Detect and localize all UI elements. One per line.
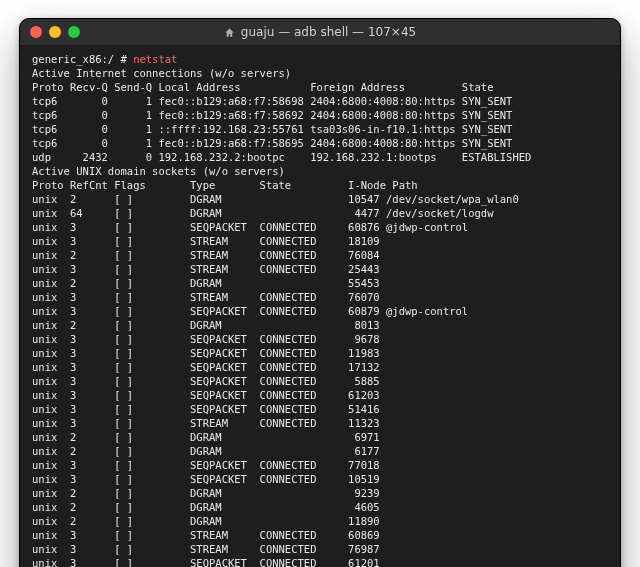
terminal-line: unix 3 [ ] SEQPACKET CONNECTED 10519 bbox=[32, 472, 608, 486]
terminal-line: unix 2 [ ] DGRAM 6971 bbox=[32, 430, 608, 444]
terminal-line: Proto Recv-Q Send-Q Local Address Foreig… bbox=[32, 80, 608, 94]
window-title: guaju — adb shell — 107×45 bbox=[20, 25, 620, 39]
terminal-line: Active UNIX domain sockets (w/o servers) bbox=[32, 164, 608, 178]
terminal-line: unix 2 [ ] DGRAM 10547 /dev/socket/wpa_w… bbox=[32, 192, 608, 206]
terminal-line: unix 64 [ ] DGRAM 4477 /dev/socket/logdw bbox=[32, 206, 608, 220]
terminal-line: unix 3 [ ] SEQPACKET CONNECTED 11983 bbox=[32, 346, 608, 360]
terminal-body[interactable]: generic_x86:/ # netstatActive Internet c… bbox=[20, 46, 620, 567]
zoom-icon[interactable] bbox=[68, 26, 80, 38]
terminal-line: unix 3 [ ] SEQPACKET CONNECTED 9678 bbox=[32, 332, 608, 346]
terminal-line: unix 3 [ ] SEQPACKET CONNECTED 61203 bbox=[32, 388, 608, 402]
terminal-line: unix 3 [ ] SEQPACKET CONNECTED 51416 bbox=[32, 402, 608, 416]
window-title-text: guaju — adb shell — 107×45 bbox=[241, 25, 416, 39]
terminal-line: unix 2 [ ] DGRAM 6177 bbox=[32, 444, 608, 458]
terminal-line: tcp6 0 1 fec0::b129:a68:f7:58692 2404:68… bbox=[32, 108, 608, 122]
terminal-line: unix 3 [ ] STREAM CONNECTED 76070 bbox=[32, 290, 608, 304]
terminal-line: tcp6 0 1 fec0::b129:a68:f7:58698 2404:68… bbox=[32, 94, 608, 108]
terminal-line: unix 3 [ ] SEQPACKET CONNECTED 61201 bbox=[32, 556, 608, 567]
terminal-line: unix 3 [ ] SEQPACKET CONNECTED 60879 @jd… bbox=[32, 304, 608, 318]
terminal-line: unix 3 [ ] STREAM CONNECTED 18109 bbox=[32, 234, 608, 248]
terminal-line: unix 2 [ ] DGRAM 55453 bbox=[32, 276, 608, 290]
minimize-icon[interactable] bbox=[49, 26, 61, 38]
terminal-line: Active Internet connections (w/o servers… bbox=[32, 66, 608, 80]
home-icon bbox=[224, 27, 235, 38]
terminal-line: unix 2 [ ] DGRAM 8013 bbox=[32, 318, 608, 332]
terminal-line: generic_x86:/ # netstat bbox=[32, 52, 608, 66]
terminal-window: guaju — adb shell — 107×45 generic_x86:/… bbox=[19, 18, 621, 567]
terminal-line: Proto RefCnt Flags Type State I-Node Pat… bbox=[32, 178, 608, 192]
terminal-line: unix 3 [ ] STREAM CONNECTED 11323 bbox=[32, 416, 608, 430]
terminal-line: unix 3 [ ] SEQPACKET CONNECTED 5885 bbox=[32, 374, 608, 388]
terminal-line: udp 2432 0 192.168.232.2:bootpc 192.168.… bbox=[32, 150, 608, 164]
titlebar: guaju — adb shell — 107×45 bbox=[20, 19, 620, 46]
terminal-line: unix 2 [ ] DGRAM 9239 bbox=[32, 486, 608, 500]
close-icon[interactable] bbox=[30, 26, 42, 38]
terminal-line: unix 3 [ ] STREAM CONNECTED 25443 bbox=[32, 262, 608, 276]
terminal-line: unix 3 [ ] STREAM CONNECTED 76987 bbox=[32, 542, 608, 556]
terminal-line: unix 3 [ ] SEQPACKET CONNECTED 60876 @jd… bbox=[32, 220, 608, 234]
terminal-line: unix 2 [ ] DGRAM 11890 bbox=[32, 514, 608, 528]
terminal-line: unix 3 [ ] SEQPACKET CONNECTED 17132 bbox=[32, 360, 608, 374]
terminal-line: tcp6 0 1 ::ffff:192.168.23:55761 tsa03s0… bbox=[32, 122, 608, 136]
terminal-line: tcp6 0 1 fec0::b129:a68:f7:58695 2404:68… bbox=[32, 136, 608, 150]
terminal-line: unix 2 [ ] DGRAM 4605 bbox=[32, 500, 608, 514]
terminal-line: unix 3 [ ] SEQPACKET CONNECTED 77018 bbox=[32, 458, 608, 472]
terminal-line: unix 3 [ ] STREAM CONNECTED 60869 bbox=[32, 528, 608, 542]
terminal-line: unix 2 [ ] STREAM CONNECTED 76084 bbox=[32, 248, 608, 262]
